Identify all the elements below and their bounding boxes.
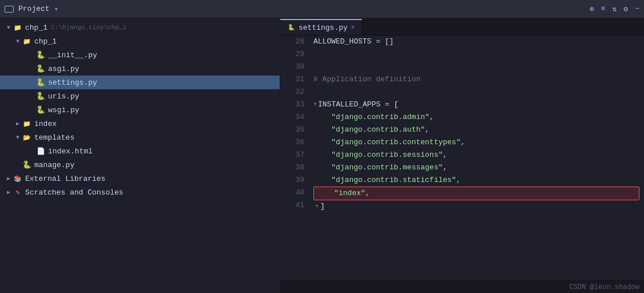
label-indexhtml: index.html — [48, 147, 93, 156]
libs-icon: 📚 — [13, 175, 23, 183]
title-bar-left: Project ▾ — [5, 5, 58, 14]
project-icon — [5, 6, 14, 13]
scratches-icon: ✎ — [13, 188, 23, 196]
title-bar-icons: ⊕ ≡ ⇅ ⚙ − — [590, 5, 639, 14]
minimize-icon[interactable]: − — [635, 5, 639, 13]
sidebar-item-asgi[interactable]: 🐍 asgi.py — [0, 62, 280, 76]
label-chp1-root: chp_1 — [25, 23, 47, 32]
dropdown-icon[interactable]: ▾ — [54, 5, 59, 14]
html-icon: 📄 — [35, 147, 46, 155]
code-area[interactable]: ALLOWED_HOSTS = [] # Application definit… — [309, 35, 644, 280]
editor-content: 28 29 30 31 32 33 34 35 36 37 38 39 40 4… — [280, 35, 644, 280]
path-chp1: C:\Django_tiny\chp_1 — [51, 24, 126, 31]
py-icon-manage: 🐍 — [22, 161, 32, 169]
sidebar-item-urls[interactable]: 🐍 urls.py — [0, 89, 280, 103]
label-init: __init__.py — [48, 51, 97, 60]
py-icon-wsgi: 🐍 — [35, 106, 46, 114]
label-templates: templates — [34, 133, 74, 142]
code-41: ] — [320, 200, 325, 213]
label-urls: urls.py — [48, 92, 79, 101]
arrow-scratches: ▶ — [5, 189, 13, 196]
code-line-37: "django.contrib.sessions", — [313, 149, 639, 161]
tab-close[interactable]: × — [351, 24, 355, 31]
label-extlibs: External Libraries — [25, 175, 105, 183]
code-line-31: # Application definition — [313, 73, 639, 86]
code-line-35: "django.contrib.auth", — [313, 124, 639, 136]
refresh-icon[interactable]: ⊕ — [590, 5, 594, 14]
bottom-bar: CSDN @leon.shadow — [280, 280, 644, 293]
sidebar-item-index[interactable]: ▶ 📁 index — [0, 117, 280, 130]
tab-bar: 🐍 settings.py × — [280, 18, 644, 35]
sort-icon[interactable]: ⇅ — [613, 5, 617, 14]
label-chp1-inner: chp_1 — [34, 37, 57, 46]
sidebar-item-scratches[interactable]: ▶ ✎ Scratches and Consoles — [0, 185, 280, 199]
label-settings: settings.py — [48, 78, 97, 87]
sidebar-item-indexhtml[interactable]: 📄 index.html — [0, 144, 280, 158]
watermark: CSDN @leon.shadow — [570, 283, 639, 291]
code-line-28: ALLOWED_HOSTS = [] — [313, 35, 639, 48]
label-manage: manage.py — [34, 161, 74, 169]
label-asgi: asgi.py — [48, 65, 79, 73]
sidebar-item-wsgi[interactable]: 🐍 wsgi.py — [0, 103, 280, 117]
arrow-chp1-root: ▼ — [5, 25, 13, 31]
sidebar-item-settings[interactable]: 🐍 settings.py — [0, 76, 280, 89]
arrow-index: ▶ — [14, 120, 22, 127]
code-38: "django.contrib.messages", — [313, 161, 447, 174]
code-31: # Application definition — [313, 73, 420, 86]
arrow-chp1-inner: ▼ — [14, 38, 22, 45]
main-content: ▼ 📁 chp_1 C:\Django_tiny\chp_1 ▼ 📁 chp_1… — [0, 18, 644, 293]
line-numbers: 28 29 30 31 32 33 34 35 36 37 38 39 40 4… — [280, 35, 309, 280]
title-bar: Project ▾ ⊕ ≡ ⇅ ⚙ − — [0, 0, 644, 18]
code-39: "django.contrib.staticfiles", — [313, 174, 460, 187]
code-line-38: "django.contrib.messages", — [313, 161, 639, 174]
py-icon-urls: 🐍 — [35, 92, 46, 100]
code-37: "django.contrib.sessions", — [313, 149, 447, 161]
arrow-extlibs: ▶ — [5, 175, 13, 182]
tab-settings[interactable]: 🐍 settings.py × — [280, 19, 362, 35]
label-wsgi: wsgi.py — [48, 106, 79, 114]
code-line-39: "django.contrib.staticfiles", — [313, 174, 639, 187]
code-line-32 — [313, 86, 639, 98]
project-label: Project — [18, 5, 50, 13]
editor-area: 🐍 settings.py × 28 29 30 31 32 33 34 35 … — [280, 18, 644, 293]
code-line-36: "django.contrib.contenttypes", — [313, 136, 639, 149]
settings-icon[interactable]: ⚙ — [623, 5, 628, 14]
folder-index-icon: 📁 — [22, 120, 32, 128]
code-line-33: ▼ INSTALLED_APPS = [ — [313, 98, 639, 111]
code-line-40: "index", — [313, 187, 639, 200]
sidebar-item-manage[interactable]: 🐍 manage.py — [0, 158, 280, 172]
sidebar-item-templates[interactable]: ▼ 📂 templates — [0, 130, 280, 144]
code-33-bracket: [ — [394, 98, 399, 111]
py-icon-settings: 🐍 — [35, 78, 46, 86]
folder-templates-icon: 📂 — [22, 133, 32, 141]
code-35: "django.contrib.auth", — [313, 124, 430, 136]
fold-33: ▼ — [313, 98, 317, 111]
sidebar: ▼ 📁 chp_1 C:\Django_tiny\chp_1 ▼ 📁 chp_1… — [0, 18, 280, 293]
list-icon[interactable]: ≡ — [601, 5, 606, 13]
fold-41: ▼ — [313, 200, 320, 213]
code-line-41: ▼ ] — [313, 200, 639, 213]
folder-icon: 📁 — [13, 23, 23, 31]
code-line-30 — [313, 61, 639, 73]
code-36: "django.contrib.contenttypes", — [313, 136, 465, 149]
py-icon-init: 🐍 — [35, 51, 46, 59]
folder-inner-icon: 📁 — [22, 37, 32, 45]
sidebar-item-chp1-inner[interactable]: ▼ 📁 chp_1 — [0, 34, 280, 48]
sidebar-item-chp1-root[interactable]: ▼ 📁 chp_1 C:\Django_tiny\chp_1 — [0, 21, 280, 34]
tab-label: settings.py — [299, 23, 348, 32]
code-33-punct: = — [380, 98, 393, 111]
code-28: ALLOWED_HOSTS = [] — [313, 35, 393, 48]
code-33-var: INSTALLED_APPS — [318, 98, 380, 111]
arrow-templates: ▼ — [14, 134, 22, 141]
code-line-29 — [313, 48, 639, 61]
py-icon-asgi: 🐍 — [35, 65, 46, 73]
tab-py-icon: 🐍 — [287, 23, 295, 31]
sidebar-item-init[interactable]: 🐍 __init__.py — [0, 48, 280, 62]
code-line-34: "django.contrib.admin", — [313, 111, 639, 124]
sidebar-item-extlibs[interactable]: ▶ 📚 External Libraries — [0, 172, 280, 185]
label-index: index — [34, 120, 57, 128]
code-34: "django.contrib.admin", — [313, 111, 434, 124]
code-40: "index", — [316, 187, 370, 200]
label-scratches: Scratches and Consoles — [25, 188, 124, 197]
